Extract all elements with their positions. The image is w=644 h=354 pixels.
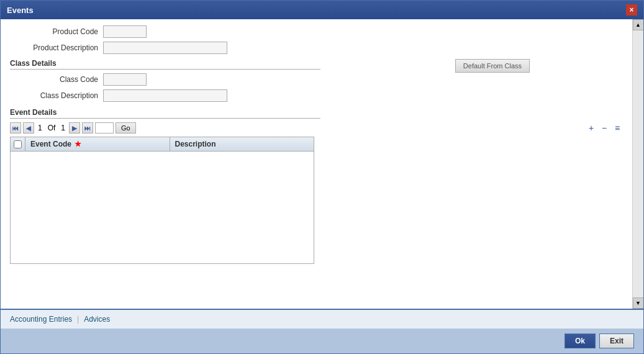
default-from-class-button[interactable]: Default From Class [455, 59, 530, 73]
title-bar: Events × [1, 1, 643, 19]
add-row-button[interactable]: + [586, 122, 597, 134]
class-details-header: Class Details [10, 59, 320, 70]
grid-header-row: Event Code ★ Description [11, 137, 314, 152]
product-code-label: Product Code [10, 27, 103, 36]
next-page-button[interactable]: ▶ [69, 122, 80, 134]
exit-button[interactable]: Exit [599, 334, 634, 348]
class-code-row: Class Code [10, 73, 623, 86]
event-details-section: Event Details ⏮ ◀ 1 Of 1 ▶ ⏭ Go + − ≡ [10, 108, 623, 264]
menu-button[interactable]: ≡ [612, 122, 623, 134]
scrollbar: ▲ ▼ [632, 19, 643, 309]
tab-separator: | [77, 315, 79, 324]
class-code-label: Class Code [10, 75, 103, 84]
main-content: Product Code Product Description Class D… [1, 19, 643, 309]
class-description-row: Class Description [10, 89, 623, 102]
grid-body [11, 152, 314, 263]
event-code-header: Event Code ★ [25, 137, 170, 151]
accounting-entries-tab[interactable]: Accounting Entries [10, 315, 72, 324]
page-jump-input[interactable] [95, 122, 114, 134]
page-of: Of [48, 124, 56, 132]
product-code-row: Product Code [10, 25, 623, 38]
product-description-label: Product Description [10, 43, 103, 52]
event-grid: Event Code ★ Description [10, 137, 314, 264]
scroll-down-button[interactable]: ▼ [633, 297, 644, 309]
class-code-input[interactable] [103, 73, 147, 86]
product-description-input[interactable] [103, 42, 227, 54]
first-page-button[interactable]: ⏮ [10, 122, 21, 134]
content-area: Product Code Product Description Class D… [1, 19, 632, 309]
ok-button[interactable]: Ok [565, 334, 596, 348]
product-description-row: Product Description [10, 42, 623, 54]
required-indicator: ★ [75, 140, 81, 148]
events-dialog: Events × Product Code Product Descriptio… [0, 0, 644, 354]
footer-bar: Ok Exit [1, 329, 643, 353]
bottom-tabs: Accounting Entries | Advices [1, 309, 643, 329]
prev-page-button[interactable]: ◀ [23, 122, 34, 134]
pagination-bar: ⏮ ◀ 1 Of 1 ▶ ⏭ Go + − ≡ [10, 122, 623, 134]
class-details-section: Class Details Default From Class Class C… [10, 59, 623, 102]
event-details-header: Event Details [10, 108, 320, 119]
description-header: Description [170, 137, 314, 151]
dialog-title: Events [7, 6, 34, 15]
page-current: 1 [38, 124, 42, 132]
scroll-track[interactable] [633, 30, 643, 297]
class-description-input[interactable] [103, 89, 227, 102]
product-code-input[interactable] [103, 25, 147, 38]
grid-header-checkbox [11, 137, 25, 151]
scroll-up-button[interactable]: ▲ [633, 19, 644, 30]
go-button[interactable]: Go [116, 122, 136, 134]
close-button[interactable]: × [626, 4, 637, 16]
advices-tab[interactable]: Advices [84, 315, 110, 324]
remove-row-button[interactable]: − [599, 122, 610, 134]
last-page-button[interactable]: ⏭ [82, 122, 93, 134]
class-description-label: Class Description [10, 91, 103, 100]
select-all-checkbox[interactable] [14, 140, 22, 148]
page-total: 1 [61, 124, 65, 132]
